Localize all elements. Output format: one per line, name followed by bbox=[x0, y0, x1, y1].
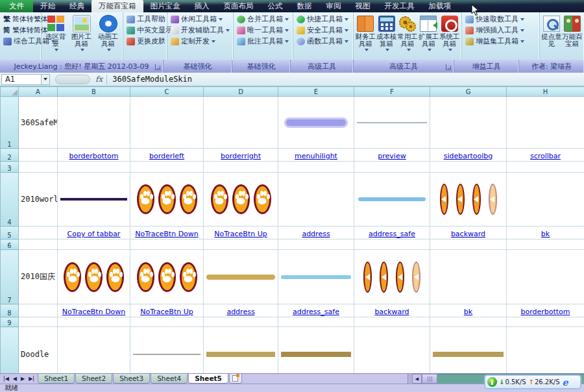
thumb-notracebtn-up[interactable] bbox=[206, 184, 275, 214]
thumb-browser-toolbar[interactable] bbox=[133, 354, 201, 355]
row-header[interactable]: 7 bbox=[1, 250, 19, 304]
tab-sheet2[interactable]: Sheet2 bbox=[75, 374, 112, 384]
menu-review[interactable]: 审阅 bbox=[319, 0, 348, 12]
comment-toolbox-button[interactable]: 批注工具箱 bbox=[235, 36, 291, 47]
link-sidebartoolbg[interactable]: sidebartoolbg bbox=[444, 152, 493, 160]
selection-background-button[interactable]: 选区背景 bbox=[43, 14, 68, 52]
cell-a7[interactable]: 2010国庆 bbox=[19, 271, 57, 282]
first-sheet-icon[interactable]: |◀ bbox=[1, 376, 11, 382]
hscroll-left-icon[interactable]: ◀ bbox=[412, 374, 422, 384]
link-address-safe[interactable]: address_safe bbox=[293, 308, 339, 316]
dialog-launcher-icon[interactable] bbox=[155, 64, 161, 70]
link-notracebtn-up[interactable]: NoTraceBtn Up bbox=[140, 308, 193, 316]
picture-toolbox-button[interactable]: 图片工具箱 bbox=[68, 14, 95, 52]
tab-sheet4[interactable]: Sheet4 bbox=[151, 374, 188, 384]
row-header[interactable]: 2 bbox=[1, 149, 19, 162]
link-address-safe[interactable]: address_safe bbox=[369, 230, 415, 238]
dialog-launcher-icon[interactable] bbox=[446, 64, 452, 70]
thumb-address-safe[interactable] bbox=[281, 275, 351, 279]
column-header-g[interactable]: G bbox=[430, 87, 507, 97]
tab-sheet5[interactable]: Sheet5 bbox=[188, 374, 228, 384]
link-borderbottom[interactable]: borderbottom bbox=[69, 152, 118, 160]
thumb-notracebtn-down[interactable] bbox=[60, 262, 127, 292]
column-header-e[interactable]: E bbox=[278, 87, 354, 97]
last-sheet-icon[interactable]: ▶| bbox=[27, 376, 36, 382]
link-borderbottom[interactable]: borderbottom bbox=[520, 308, 570, 316]
row-header[interactable]: 5 bbox=[1, 227, 19, 239]
function-toolbox-button[interactable]: 函数工具箱 bbox=[295, 36, 352, 47]
row-header[interactable]: 10 bbox=[1, 327, 19, 374]
merge-toolbox-button[interactable]: 合并工具箱 bbox=[235, 14, 291, 25]
name-box-dropdown-icon[interactable] bbox=[42, 74, 50, 85]
insert-sheet-button[interactable] bbox=[229, 374, 242, 384]
shortcut-toolbox-button[interactable]: 快捷工具箱 bbox=[295, 14, 352, 25]
thumb-copy-of-tabbar[interactable] bbox=[60, 198, 127, 201]
link-borderleft[interactable]: borderleft bbox=[149, 152, 184, 160]
thumb-notracebtn-up[interactable] bbox=[133, 262, 201, 292]
link-scrollbar[interactable]: scrollbar bbox=[530, 152, 561, 160]
thumb-backward[interactable] bbox=[433, 184, 504, 215]
change-skin-button[interactable]: 更换皮肤 bbox=[125, 36, 165, 47]
fx-icon[interactable]: fx bbox=[95, 75, 103, 84]
row-header[interactable]: 4 bbox=[1, 173, 19, 227]
menu-picturebox[interactable]: 图片宝盒 bbox=[143, 0, 188, 12]
menu-view[interactable]: 视图 bbox=[348, 0, 378, 12]
combined-toolbox-button[interactable]: 综合工具箱 bbox=[1, 36, 40, 47]
thumb-address-safe[interactable] bbox=[358, 197, 426, 201]
link-address[interactable]: address bbox=[302, 230, 330, 238]
unique-toolbox-button[interactable]: 唯一工具箱 bbox=[235, 25, 291, 36]
gain-set-toolbox-button[interactable]: 增益集工具箱 bbox=[463, 36, 538, 47]
tool-help-button[interactable]: 工具帮助 bbox=[125, 14, 165, 25]
menu-developer[interactable]: 开发工具 bbox=[378, 0, 422, 12]
thumb-backward[interactable] bbox=[357, 262, 427, 293]
ie-icon[interactable]: e bbox=[563, 377, 568, 387]
column-header-b[interactable]: B bbox=[58, 87, 130, 97]
security-toolbox-button[interactable]: 安全工具箱 bbox=[295, 25, 352, 36]
menu-file[interactable]: 文件 bbox=[0, 0, 33, 12]
link-copy-of-tabbar[interactable]: Copy of tabbar bbox=[67, 230, 121, 238]
leisure-toolbox-button[interactable]: 休闲工具箱 bbox=[169, 14, 232, 25]
link-menuhilight[interactable]: menuhilight bbox=[295, 152, 337, 160]
thumb-pink-frame[interactable] bbox=[206, 352, 275, 357]
cell-a1[interactable]: 360SafeModuleSkin bbox=[19, 118, 57, 127]
tab-sheet1[interactable]: Sheet1 bbox=[38, 374, 75, 384]
network-monitor-widget[interactable]: ↓ 0.5K/S ↑ 26.2K/S e bbox=[484, 374, 581, 389]
extend-toolbox-button[interactable]: 扩展工具箱 bbox=[418, 14, 439, 52]
thumb-pink-frame2[interactable] bbox=[433, 352, 504, 357]
hscroll-thumb[interactable] bbox=[422, 374, 437, 384]
thumb-cream-frame[interactable] bbox=[281, 352, 351, 357]
thumb-menuhilight[interactable] bbox=[286, 119, 347, 126]
column-header-c[interactable]: C bbox=[130, 87, 204, 97]
dev-assist-button[interactable]: 开发辅助工具 bbox=[169, 25, 232, 36]
thumb-address[interactable] bbox=[206, 275, 275, 280]
link-backward[interactable]: backward bbox=[374, 308, 409, 316]
menu-treasurebox[interactable]: 万能百宝箱 bbox=[91, 0, 143, 12]
animation-toolbox-button[interactable]: 动画工具箱 bbox=[95, 14, 121, 52]
link-preview[interactable]: preview bbox=[378, 152, 406, 160]
name-box[interactable]: A1 bbox=[1, 74, 42, 85]
link-notracebtn-up[interactable]: NoTraceBtn Up bbox=[214, 230, 267, 238]
row-header[interactable]: 1 bbox=[1, 97, 19, 149]
prev-sheet-icon[interactable]: ◀ bbox=[11, 376, 19, 382]
column-header-a[interactable]: A bbox=[19, 87, 58, 97]
cell-a10[interactable]: Doodle bbox=[19, 350, 57, 359]
select-all-corner[interactable] bbox=[1, 87, 19, 97]
traditional-to-simplified-button[interactable]: 简 繁体转简体 bbox=[1, 25, 40, 36]
simplified-to-traditional-button[interactable]: 繁 简体转繁体 bbox=[1, 14, 40, 25]
formula-content[interactable]: 360SafeModuleSkin bbox=[112, 75, 192, 84]
menu-insert[interactable]: 插入 bbox=[188, 0, 217, 12]
next-sheet-icon[interactable]: ▶ bbox=[19, 376, 27, 382]
row-header[interactable]: 8 bbox=[1, 304, 19, 317]
menu-home[interactable]: 开始 bbox=[33, 0, 62, 12]
link-address[interactable]: address bbox=[226, 308, 254, 316]
link-bk[interactable]: bk bbox=[464, 308, 472, 316]
language-display-button[interactable]: 中英文显示 bbox=[125, 25, 165, 36]
row-header[interactable]: 9 bbox=[1, 317, 19, 327]
link-notracebtn-down[interactable]: NoTraceBtn Down bbox=[135, 230, 199, 238]
treasure-box-button[interactable]: 万能百宝箱 bbox=[562, 14, 583, 47]
link-backward[interactable]: backward bbox=[451, 230, 485, 238]
menu-pagelayout[interactable]: 页面布局 bbox=[217, 0, 261, 12]
column-header-f[interactable]: F bbox=[354, 87, 430, 97]
custom-dev-button[interactable]: 定制开发 bbox=[169, 36, 232, 47]
link-bk[interactable]: bk bbox=[541, 230, 550, 238]
